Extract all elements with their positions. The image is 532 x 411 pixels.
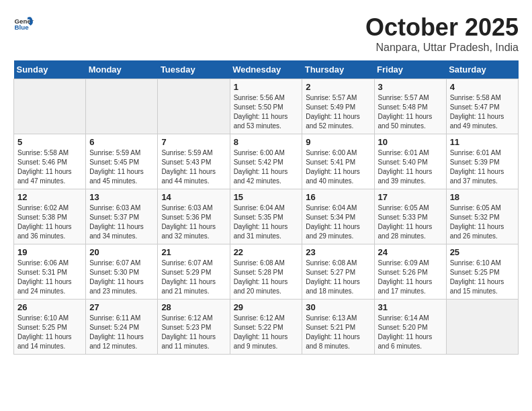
cell-info: Sunrise: 5:59 AM Sunset: 5:43 PM Dayligh… (161, 148, 226, 186)
cell-info: Sunrise: 6:00 AM Sunset: 5:41 PM Dayligh… (306, 148, 370, 186)
day-number: 1 (234, 82, 299, 92)
week-row-5: 26Sunrise: 6:10 AM Sunset: 5:25 PM Dayli… (14, 300, 519, 355)
day-number: 30 (306, 302, 370, 312)
cell-info: Sunrise: 6:03 AM Sunset: 5:36 PM Dayligh… (161, 203, 226, 241)
calendar-cell: 25Sunrise: 6:10 AM Sunset: 5:25 PM Dayli… (446, 244, 518, 300)
day-number: 19 (17, 247, 82, 257)
day-number: 9 (306, 137, 370, 147)
cell-info: Sunrise: 5:58 AM Sunset: 5:47 PM Dayligh… (450, 93, 515, 131)
calendar-cell: 23Sunrise: 6:08 AM Sunset: 5:27 PM Dayli… (302, 244, 374, 300)
calendar-cell: 21Sunrise: 6:07 AM Sunset: 5:29 PM Dayli… (158, 244, 230, 300)
calendar-cell (14, 79, 86, 134)
logo-icon: General Blue (13, 13, 34, 34)
day-number: 11 (450, 137, 515, 147)
week-row-1: 1Sunrise: 5:56 AM Sunset: 5:50 PM Daylig… (14, 79, 519, 134)
calendar-cell: 29Sunrise: 6:12 AM Sunset: 5:22 PM Dayli… (230, 300, 302, 355)
day-number: 27 (89, 302, 154, 312)
calendar-cell: 10Sunrise: 6:01 AM Sunset: 5:40 PM Dayli… (374, 134, 446, 189)
day-number: 16 (306, 192, 370, 202)
cell-info: Sunrise: 5:59 AM Sunset: 5:45 PM Dayligh… (89, 148, 154, 186)
day-number: 8 (234, 137, 299, 147)
cell-info: Sunrise: 6:01 AM Sunset: 5:40 PM Dayligh… (378, 148, 443, 186)
day-header-monday: Monday (86, 60, 158, 79)
calendar-cell: 15Sunrise: 6:04 AM Sunset: 5:35 PM Dayli… (230, 189, 302, 244)
calendar-cell (86, 79, 158, 134)
cell-info: Sunrise: 6:13 AM Sunset: 5:21 PM Dayligh… (306, 314, 370, 351)
day-number: 21 (161, 247, 226, 257)
calendar-cell: 8Sunrise: 6:00 AM Sunset: 5:42 PM Daylig… (230, 134, 302, 189)
cell-info: Sunrise: 6:05 AM Sunset: 5:32 PM Dayligh… (450, 203, 515, 241)
calendar-cell: 14Sunrise: 6:03 AM Sunset: 5:36 PM Dayli… (158, 189, 230, 244)
day-number: 10 (378, 137, 443, 147)
day-number: 3 (378, 82, 443, 92)
calendar-cell: 16Sunrise: 6:04 AM Sunset: 5:34 PM Dayli… (302, 189, 374, 244)
calendar-cell: 2Sunrise: 5:57 AM Sunset: 5:49 PM Daylig… (302, 79, 374, 134)
calendar-table: SundayMondayTuesdayWednesdayThursdayFrid… (13, 60, 519, 355)
day-number: 31 (378, 302, 443, 312)
calendar-title: October 2025 (365, 13, 519, 42)
calendar-cell: 12Sunrise: 6:02 AM Sunset: 5:38 PM Dayli… (14, 189, 86, 244)
week-row-4: 19Sunrise: 6:06 AM Sunset: 5:31 PM Dayli… (14, 244, 519, 300)
cell-info: Sunrise: 5:57 AM Sunset: 5:49 PM Dayligh… (306, 93, 370, 131)
calendar-cell: 6Sunrise: 5:59 AM Sunset: 5:45 PM Daylig… (86, 134, 158, 189)
header: General Blue October 2025 Nanpara, Uttar… (13, 13, 519, 54)
day-number: 17 (378, 192, 443, 202)
calendar-cell: 30Sunrise: 6:13 AM Sunset: 5:21 PM Dayli… (302, 300, 374, 355)
day-number: 28 (161, 302, 226, 312)
calendar-cell: 20Sunrise: 6:07 AM Sunset: 5:30 PM Dayli… (86, 244, 158, 300)
cell-info: Sunrise: 5:57 AM Sunset: 5:48 PM Dayligh… (378, 93, 443, 131)
day-number: 22 (234, 247, 299, 257)
day-number: 4 (450, 82, 515, 92)
cell-info: Sunrise: 6:03 AM Sunset: 5:37 PM Dayligh… (89, 203, 154, 241)
day-header-thursday: Thursday (302, 60, 374, 79)
calendar-cell: 22Sunrise: 6:08 AM Sunset: 5:28 PM Dayli… (230, 244, 302, 300)
cell-info: Sunrise: 6:06 AM Sunset: 5:31 PM Dayligh… (17, 259, 82, 296)
calendar-cell: 17Sunrise: 6:05 AM Sunset: 5:33 PM Dayli… (374, 189, 446, 244)
day-number: 14 (161, 192, 226, 202)
cell-info: Sunrise: 6:00 AM Sunset: 5:42 PM Dayligh… (234, 148, 299, 186)
day-number: 2 (306, 82, 370, 92)
calendar-cell (446, 300, 518, 355)
day-header-sunday: Sunday (14, 60, 86, 79)
cell-info: Sunrise: 6:08 AM Sunset: 5:27 PM Dayligh… (306, 259, 370, 296)
calendar-cell: 26Sunrise: 6:10 AM Sunset: 5:25 PM Dayli… (14, 300, 86, 355)
day-number: 7 (161, 137, 226, 147)
cell-info: Sunrise: 6:01 AM Sunset: 5:39 PM Dayligh… (450, 148, 515, 186)
cell-info: Sunrise: 6:04 AM Sunset: 5:35 PM Dayligh… (234, 203, 299, 241)
day-number: 13 (89, 192, 154, 202)
cell-info: Sunrise: 6:12 AM Sunset: 5:23 PM Dayligh… (161, 314, 226, 351)
calendar-cell: 28Sunrise: 6:12 AM Sunset: 5:23 PM Dayli… (158, 300, 230, 355)
calendar-cell: 11Sunrise: 6:01 AM Sunset: 5:39 PM Dayli… (446, 134, 518, 189)
week-row-3: 12Sunrise: 6:02 AM Sunset: 5:38 PM Dayli… (14, 189, 519, 244)
cell-info: Sunrise: 6:14 AM Sunset: 5:20 PM Dayligh… (378, 314, 443, 351)
cell-info: Sunrise: 6:05 AM Sunset: 5:33 PM Dayligh… (378, 203, 443, 241)
day-number: 12 (17, 192, 82, 202)
calendar-cell: 4Sunrise: 5:58 AM Sunset: 5:47 PM Daylig… (446, 79, 518, 134)
week-row-2: 5Sunrise: 5:58 AM Sunset: 5:46 PM Daylig… (14, 134, 519, 189)
cell-info: Sunrise: 6:08 AM Sunset: 5:28 PM Dayligh… (234, 259, 299, 296)
svg-text:Blue: Blue (15, 24, 30, 31)
title-section: October 2025 Nanpara, Uttar Pradesh, Ind… (365, 13, 519, 54)
cell-info: Sunrise: 6:07 AM Sunset: 5:29 PM Dayligh… (161, 259, 226, 296)
calendar-cell: 19Sunrise: 6:06 AM Sunset: 5:31 PM Dayli… (14, 244, 86, 300)
day-header-saturday: Saturday (446, 60, 518, 79)
calendar-cell: 13Sunrise: 6:03 AM Sunset: 5:37 PM Dayli… (86, 189, 158, 244)
day-number: 23 (306, 247, 370, 257)
calendar-cell: 18Sunrise: 6:05 AM Sunset: 5:32 PM Dayli… (446, 189, 518, 244)
day-number: 26 (17, 302, 82, 312)
cell-info: Sunrise: 6:09 AM Sunset: 5:26 PM Dayligh… (378, 259, 443, 296)
cell-info: Sunrise: 5:58 AM Sunset: 5:46 PM Dayligh… (17, 148, 82, 186)
cell-info: Sunrise: 5:56 AM Sunset: 5:50 PM Dayligh… (234, 93, 299, 131)
logo: General Blue (13, 13, 35, 34)
day-number: 5 (17, 137, 82, 147)
day-number: 25 (450, 247, 515, 257)
day-number: 20 (89, 247, 154, 257)
calendar-subtitle: Nanpara, Uttar Pradesh, India (365, 42, 519, 54)
cell-info: Sunrise: 6:02 AM Sunset: 5:38 PM Dayligh… (17, 203, 82, 241)
calendar-cell (158, 79, 230, 134)
day-number: 29 (234, 302, 299, 312)
cell-info: Sunrise: 6:10 AM Sunset: 5:25 PM Dayligh… (450, 259, 515, 296)
calendar-cell: 9Sunrise: 6:00 AM Sunset: 5:41 PM Daylig… (302, 134, 374, 189)
day-number: 15 (234, 192, 299, 202)
calendar-cell: 5Sunrise: 5:58 AM Sunset: 5:46 PM Daylig… (14, 134, 86, 189)
